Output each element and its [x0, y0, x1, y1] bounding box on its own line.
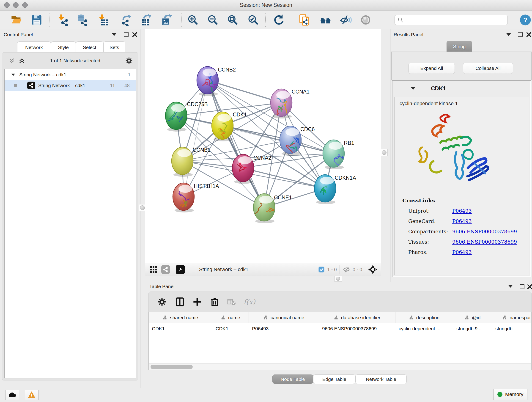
search-input[interactable]: [394, 15, 508, 25]
table-gear-icon[interactable]: [157, 297, 167, 306]
network-node-RB1[interactable]: RB1: [323, 140, 354, 169]
column-header[interactable]: canonical name: [249, 312, 319, 323]
table-panel-close-icon[interactable]: [527, 284, 532, 289]
save-session-icon[interactable]: [31, 14, 43, 26]
expand-all-button[interactable]: Expand All: [409, 63, 455, 74]
network-node-CCNB2[interactable]: CCNB2: [197, 66, 236, 96]
memory-button[interactable]: Memory: [493, 389, 527, 400]
table-cell[interactable]: cyclin-dependent ...: [395, 323, 453, 334]
warnings-button[interactable]: [25, 390, 38, 400]
network-node-HIST1H1A[interactable]: HIST1H1A: [173, 183, 219, 212]
right-splitter-handle[interactable]: [380, 149, 388, 156]
collapse-all-chevrons-icon[interactable]: [8, 57, 15, 64]
network-collection-row[interactable]: String Network – cdk1 1: [5, 69, 136, 80]
table-cell[interactable]: CDK1: [212, 323, 249, 334]
function-builder-icon[interactable]: f(x): [244, 298, 255, 306]
network-edge[interactable]: [222, 126, 334, 153]
network-canvas[interactable]: CCNB2CCNA1CDC25BCDK1CDC6RB1CCNB1CCNA2CDK…: [145, 29, 381, 263]
table-cell[interactable]: P06493: [249, 323, 319, 334]
string-home-icon[interactable]: [320, 14, 331, 26]
control-panel-close-icon[interactable]: [132, 32, 138, 37]
zoom-in-icon[interactable]: [187, 14, 199, 26]
network-node-CCNB1[interactable]: CCNB1: [172, 147, 210, 177]
string-copy-network-icon[interactable]: [298, 14, 310, 26]
scrollbar-thumb[interactable]: [151, 365, 193, 369]
results-panel-menu-icon[interactable]: [506, 33, 511, 36]
collapse-all-button[interactable]: Collapse All: [463, 63, 513, 74]
netbar-separator: [315, 265, 315, 274]
column-header[interactable]: database identifier: [319, 312, 395, 323]
node-table[interactable]: shared namenamecanonical namedatabase id…: [148, 312, 532, 370]
network-node-CDKN1A[interactable]: CDKN1A: [314, 175, 356, 204]
export-image-icon[interactable]: [161, 14, 173, 26]
network-edge[interactable]: [208, 80, 281, 103]
navigator-crosshair-icon[interactable]: [368, 265, 378, 274]
control-panel-float-icon[interactable]: [124, 32, 128, 37]
zoom-fit-icon[interactable]: [227, 14, 239, 26]
export-table-icon[interactable]: [140, 14, 152, 26]
refresh-icon[interactable]: [273, 14, 285, 26]
column-header[interactable]: @id: [453, 312, 492, 323]
crosslink-row: GeneCard:P06493: [408, 218, 529, 224]
selected-checkbox-icon[interactable]: [318, 266, 325, 273]
crosslink-link[interactable]: P06493: [452, 249, 472, 255]
zoom-out-icon[interactable]: [207, 14, 219, 26]
gene-card-header[interactable]: CDK1: [393, 81, 530, 96]
crosslink-link[interactable]: 9606.ENSP00000378699: [452, 239, 517, 245]
results-panel-float-icon[interactable]: [518, 32, 523, 37]
import-network-from-database-icon[interactable]: [76, 14, 88, 26]
help-icon[interactable]: ?: [519, 14, 532, 26]
table-cell[interactable]: stringdb:9...: [453, 323, 492, 334]
table-panel-menu-icon[interactable]: [509, 285, 513, 288]
string-hide-glass-icon[interactable]: [340, 14, 352, 26]
column-header[interactable]: description: [395, 312, 453, 323]
gear-icon[interactable]: [125, 57, 133, 65]
crosslink-link[interactable]: 9606.ENSP00000378699: [452, 229, 517, 235]
table-panel-float-icon[interactable]: [520, 284, 525, 289]
hidden-eye-icon[interactable]: [342, 266, 350, 274]
table-cell[interactable]: 9606.ENSP00000378699: [319, 323, 395, 334]
tab-network[interactable]: Network: [17, 41, 51, 53]
column-header[interactable]: name: [212, 312, 249, 323]
string-settings-icon[interactable]: [360, 14, 372, 26]
network-node-CDC6[interactable]: CDC6: [280, 126, 315, 156]
add-column-icon[interactable]: [193, 297, 202, 306]
export-network-icon[interactable]: [121, 14, 133, 26]
crosslink-link[interactable]: P06493: [452, 208, 472, 214]
import-table-icon[interactable]: [97, 14, 109, 26]
network-node-CDC25B[interactable]: CDC25B: [165, 101, 208, 132]
tab-select[interactable]: Select: [76, 41, 103, 53]
table-horizontal-scrollbar[interactable]: [149, 363, 531, 370]
tab-string[interactable]: String: [447, 41, 472, 51]
network-node-CCNA1[interactable]: CCNA1: [271, 89, 310, 120]
delete-column-icon[interactable]: [210, 297, 219, 306]
clear-table-icon[interactable]: [227, 298, 236, 306]
network-row[interactable]: String Network – cdk1 11 48: [5, 80, 136, 91]
gene-expander-icon[interactable]: [411, 87, 415, 90]
expand-all-chevrons-icon[interactable]: [18, 57, 25, 64]
control-panel-menu-icon[interactable]: [112, 33, 116, 36]
import-network-icon[interactable]: [57, 14, 69, 26]
cloud-button[interactable]: [5, 390, 19, 400]
column-header[interactable]: shared name: [149, 312, 212, 323]
grid-view-icon[interactable]: [149, 265, 158, 274]
bottom-splitter-handle[interactable]: [335, 276, 342, 282]
crosslink-link[interactable]: P06493: [452, 218, 472, 224]
table-cell[interactable]: CDK1: [149, 323, 212, 334]
open-session-icon[interactable]: [11, 14, 22, 26]
column-header[interactable]: namespace: [492, 312, 532, 323]
tab-style[interactable]: Style: [51, 41, 76, 53]
tab-edge-table[interactable]: Edge Table: [313, 375, 355, 384]
network-share-view-icon[interactable]: [161, 265, 170, 274]
network-edge[interactable]: [184, 80, 208, 197]
results-panel-close-icon[interactable]: [526, 32, 532, 37]
tab-sets[interactable]: Sets: [103, 41, 125, 53]
tab-node-table[interactable]: Node Table: [272, 375, 313, 384]
collection-expander-icon[interactable]: [12, 74, 15, 76]
zoom-selected-icon[interactable]: [247, 14, 259, 26]
tab-network-table[interactable]: Network Table: [355, 375, 407, 384]
network-node-CCNE1[interactable]: CCNE1: [253, 194, 292, 223]
birds-eye-view-icon[interactable]: [176, 265, 185, 274]
table-cell[interactable]: stringdb: [492, 323, 532, 334]
show-columns-icon[interactable]: [175, 297, 184, 306]
